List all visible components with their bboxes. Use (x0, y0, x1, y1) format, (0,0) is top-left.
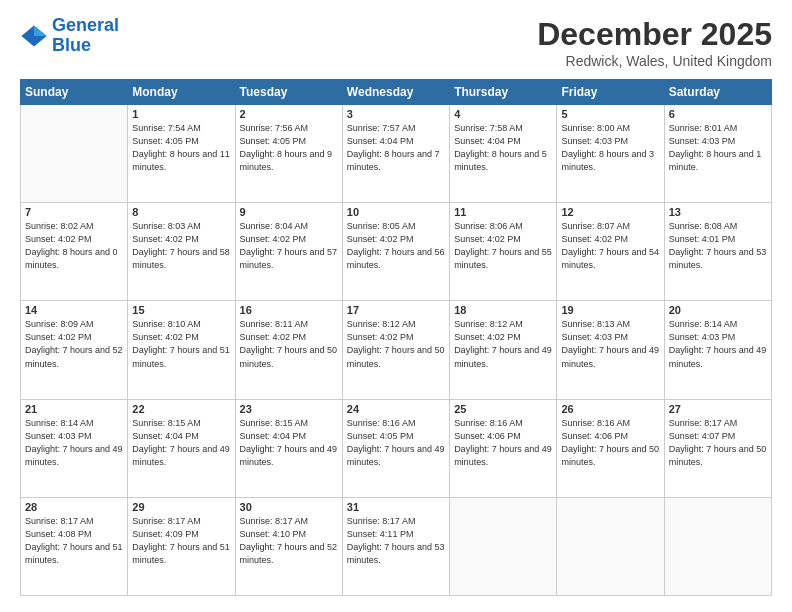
cell-info: Sunrise: 8:10 AMSunset: 4:02 PMDaylight:… (132, 318, 230, 370)
calendar-cell: 13Sunrise: 8:08 AMSunset: 4:01 PMDayligh… (664, 203, 771, 301)
calendar-week-row: 1Sunrise: 7:54 AMSunset: 4:05 PMDaylight… (21, 105, 772, 203)
calendar-cell: 4Sunrise: 7:58 AMSunset: 4:04 PMDaylight… (450, 105, 557, 203)
calendar-week-row: 7Sunrise: 8:02 AMSunset: 4:02 PMDaylight… (21, 203, 772, 301)
cell-info: Sunrise: 8:11 AMSunset: 4:02 PMDaylight:… (240, 318, 338, 370)
calendar-cell: 16Sunrise: 8:11 AMSunset: 4:02 PMDayligh… (235, 301, 342, 399)
calendar-cell: 2Sunrise: 7:56 AMSunset: 4:05 PMDaylight… (235, 105, 342, 203)
cell-info: Sunrise: 7:57 AMSunset: 4:04 PMDaylight:… (347, 122, 445, 174)
calendar-cell: 30Sunrise: 8:17 AMSunset: 4:10 PMDayligh… (235, 497, 342, 595)
calendar-cell (21, 105, 128, 203)
calendar-cell: 19Sunrise: 8:13 AMSunset: 4:03 PMDayligh… (557, 301, 664, 399)
cell-info: Sunrise: 8:12 AMSunset: 4:02 PMDaylight:… (347, 318, 445, 370)
day-number: 6 (669, 108, 767, 120)
cell-info: Sunrise: 7:58 AMSunset: 4:04 PMDaylight:… (454, 122, 552, 174)
calendar-day-header: Wednesday (342, 80, 449, 105)
calendar-day-header: Monday (128, 80, 235, 105)
day-number: 13 (669, 206, 767, 218)
cell-info: Sunrise: 8:07 AMSunset: 4:02 PMDaylight:… (561, 220, 659, 272)
calendar-cell: 17Sunrise: 8:12 AMSunset: 4:02 PMDayligh… (342, 301, 449, 399)
calendar-cell: 10Sunrise: 8:05 AMSunset: 4:02 PMDayligh… (342, 203, 449, 301)
calendar-cell: 5Sunrise: 8:00 AMSunset: 4:03 PMDaylight… (557, 105, 664, 203)
cell-info: Sunrise: 8:15 AMSunset: 4:04 PMDaylight:… (240, 417, 338, 469)
calendar-table: SundayMondayTuesdayWednesdayThursdayFrid… (20, 79, 772, 596)
calendar-cell: 7Sunrise: 8:02 AMSunset: 4:02 PMDaylight… (21, 203, 128, 301)
day-number: 10 (347, 206, 445, 218)
calendar-cell: 28Sunrise: 8:17 AMSunset: 4:08 PMDayligh… (21, 497, 128, 595)
calendar-cell: 23Sunrise: 8:15 AMSunset: 4:04 PMDayligh… (235, 399, 342, 497)
main-title: December 2025 (537, 16, 772, 53)
day-number: 29 (132, 501, 230, 513)
day-number: 24 (347, 403, 445, 415)
svg-marker-1 (34, 25, 47, 36)
calendar-cell (450, 497, 557, 595)
calendar-week-row: 28Sunrise: 8:17 AMSunset: 4:08 PMDayligh… (21, 497, 772, 595)
day-number: 25 (454, 403, 552, 415)
day-number: 22 (132, 403, 230, 415)
cell-info: Sunrise: 8:14 AMSunset: 4:03 PMDaylight:… (669, 318, 767, 370)
day-number: 8 (132, 206, 230, 218)
calendar-cell: 1Sunrise: 7:54 AMSunset: 4:05 PMDaylight… (128, 105, 235, 203)
cell-info: Sunrise: 7:56 AMSunset: 4:05 PMDaylight:… (240, 122, 338, 174)
day-number: 12 (561, 206, 659, 218)
calendar-cell (664, 497, 771, 595)
calendar-cell: 15Sunrise: 8:10 AMSunset: 4:02 PMDayligh… (128, 301, 235, 399)
cell-info: Sunrise: 8:02 AMSunset: 4:02 PMDaylight:… (25, 220, 123, 272)
calendar-cell: 8Sunrise: 8:03 AMSunset: 4:02 PMDaylight… (128, 203, 235, 301)
day-number: 30 (240, 501, 338, 513)
day-number: 16 (240, 304, 338, 316)
cell-info: Sunrise: 8:16 AMSunset: 4:06 PMDaylight:… (454, 417, 552, 469)
calendar-cell: 27Sunrise: 8:17 AMSunset: 4:07 PMDayligh… (664, 399, 771, 497)
calendar-day-header: Tuesday (235, 80, 342, 105)
day-number: 19 (561, 304, 659, 316)
cell-info: Sunrise: 8:15 AMSunset: 4:04 PMDaylight:… (132, 417, 230, 469)
calendar-cell: 6Sunrise: 8:01 AMSunset: 4:03 PMDaylight… (664, 105, 771, 203)
calendar-day-header: Friday (557, 80, 664, 105)
page: General Blue December 2025 Redwick, Wale… (0, 0, 792, 612)
calendar-header-row: SundayMondayTuesdayWednesdayThursdayFrid… (21, 80, 772, 105)
day-number: 1 (132, 108, 230, 120)
calendar-cell (557, 497, 664, 595)
calendar-day-header: Sunday (21, 80, 128, 105)
day-number: 14 (25, 304, 123, 316)
calendar-week-row: 21Sunrise: 8:14 AMSunset: 4:03 PMDayligh… (21, 399, 772, 497)
calendar-cell: 11Sunrise: 8:06 AMSunset: 4:02 PMDayligh… (450, 203, 557, 301)
calendar-cell: 24Sunrise: 8:16 AMSunset: 4:05 PMDayligh… (342, 399, 449, 497)
cell-info: Sunrise: 8:00 AMSunset: 4:03 PMDaylight:… (561, 122, 659, 174)
cell-info: Sunrise: 8:01 AMSunset: 4:03 PMDaylight:… (669, 122, 767, 174)
calendar-cell: 12Sunrise: 8:07 AMSunset: 4:02 PMDayligh… (557, 203, 664, 301)
calendar-cell: 26Sunrise: 8:16 AMSunset: 4:06 PMDayligh… (557, 399, 664, 497)
cell-info: Sunrise: 8:16 AMSunset: 4:05 PMDaylight:… (347, 417, 445, 469)
cell-info: Sunrise: 8:03 AMSunset: 4:02 PMDaylight:… (132, 220, 230, 272)
cell-info: Sunrise: 8:08 AMSunset: 4:01 PMDaylight:… (669, 220, 767, 272)
day-number: 23 (240, 403, 338, 415)
calendar-cell: 20Sunrise: 8:14 AMSunset: 4:03 PMDayligh… (664, 301, 771, 399)
subtitle: Redwick, Wales, United Kingdom (537, 53, 772, 69)
calendar-cell: 3Sunrise: 7:57 AMSunset: 4:04 PMDaylight… (342, 105, 449, 203)
day-number: 20 (669, 304, 767, 316)
cell-info: Sunrise: 8:17 AMSunset: 4:07 PMDaylight:… (669, 417, 767, 469)
day-number: 11 (454, 206, 552, 218)
title-section: December 2025 Redwick, Wales, United Kin… (537, 16, 772, 69)
day-number: 31 (347, 501, 445, 513)
cell-info: Sunrise: 8:16 AMSunset: 4:06 PMDaylight:… (561, 417, 659, 469)
calendar-cell: 18Sunrise: 8:12 AMSunset: 4:02 PMDayligh… (450, 301, 557, 399)
cell-info: Sunrise: 8:17 AMSunset: 4:10 PMDaylight:… (240, 515, 338, 567)
day-number: 4 (454, 108, 552, 120)
cell-info: Sunrise: 8:09 AMSunset: 4:02 PMDaylight:… (25, 318, 123, 370)
logo-text: General Blue (52, 16, 119, 56)
logo: General Blue (20, 16, 119, 56)
day-number: 28 (25, 501, 123, 513)
calendar-day-header: Saturday (664, 80, 771, 105)
calendar-cell: 25Sunrise: 8:16 AMSunset: 4:06 PMDayligh… (450, 399, 557, 497)
logo-icon (20, 22, 48, 50)
calendar-cell: 31Sunrise: 8:17 AMSunset: 4:11 PMDayligh… (342, 497, 449, 595)
cell-info: Sunrise: 8:06 AMSunset: 4:02 PMDaylight:… (454, 220, 552, 272)
calendar-cell: 29Sunrise: 8:17 AMSunset: 4:09 PMDayligh… (128, 497, 235, 595)
calendar-cell: 9Sunrise: 8:04 AMSunset: 4:02 PMDaylight… (235, 203, 342, 301)
header: General Blue December 2025 Redwick, Wale… (20, 16, 772, 69)
day-number: 26 (561, 403, 659, 415)
day-number: 17 (347, 304, 445, 316)
day-number: 18 (454, 304, 552, 316)
cell-info: Sunrise: 8:04 AMSunset: 4:02 PMDaylight:… (240, 220, 338, 272)
day-number: 7 (25, 206, 123, 218)
